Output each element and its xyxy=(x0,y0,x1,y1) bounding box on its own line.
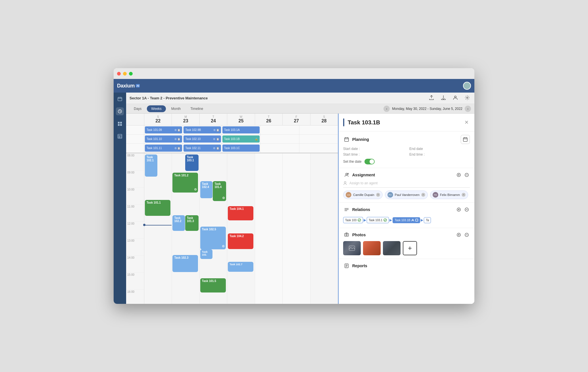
start-time-label: Start time : xyxy=(343,152,363,156)
cell-3-3 xyxy=(260,144,299,152)
svg-rect-44 xyxy=(416,219,418,221)
task-102-x-block[interactable]: Task 102. xyxy=(200,249,212,259)
svg-point-25 xyxy=(346,173,347,175)
cell-3-1: Task 102.11 ⚙ 📋 xyxy=(183,144,222,152)
planning-section-title: Planning xyxy=(352,137,458,142)
upload-icon[interactable] xyxy=(428,94,435,103)
agent-name-camille: Camille Dupain xyxy=(353,193,374,197)
subheader: Sector 1A - Team 2 - Preventive Maintena… xyxy=(126,93,474,104)
task-101-5-block[interactable]: Task 101.5 xyxy=(200,278,226,292)
add-photo-button[interactable]: + xyxy=(403,241,417,255)
close-panel-button[interactable]: ✕ xyxy=(463,118,470,127)
relation-chip-103[interactable]: Task 103 xyxy=(343,217,363,223)
relations-remove-icon[interactable] xyxy=(464,206,470,213)
chip-task-103-1a[interactable]: Task 103.1A xyxy=(222,126,260,133)
chip-task-101-11[interactable]: Task 101.11 ⚙ 📋 xyxy=(145,145,182,152)
schedule-row-2-cells: Task 101.10 ⚙ 📋 Task 102.10 ⚙ 📋 xyxy=(144,135,338,143)
task-104-1-block[interactable]: Task 104.1 xyxy=(228,206,253,220)
relations-add-icon[interactable] xyxy=(456,206,462,213)
assignment-remove-icon[interactable] xyxy=(464,172,470,178)
time-slot-1500: 15:00 xyxy=(126,273,144,290)
svg-rect-21 xyxy=(463,138,467,141)
app-content: Daxium AI xyxy=(114,79,474,304)
day-col-5 xyxy=(283,153,310,304)
end-time-label: End time : xyxy=(409,152,429,156)
photo-thumb-2[interactable] xyxy=(363,241,381,255)
maximize-button[interactable] xyxy=(129,72,133,76)
download-icon[interactable] xyxy=(440,94,447,103)
header-actions xyxy=(428,94,471,103)
reports-section-title: Reports xyxy=(352,264,470,268)
day-col-tue: T24 xyxy=(200,114,227,125)
chip-task-102-10[interactable]: Task 102.10 ⚙ 📋 xyxy=(184,135,221,143)
time-slot-1200: 12:00 xyxy=(126,221,144,239)
svg-point-32 xyxy=(344,181,346,183)
task-102-5-block[interactable]: Task 102.5 ⚙ xyxy=(200,227,226,249)
assign-input-field[interactable]: Assign to an agent xyxy=(343,181,470,188)
photo-thumb-3[interactable] xyxy=(383,241,401,255)
task-102-7-block[interactable]: Task 102.7 xyxy=(228,262,253,272)
chip-task-101-09[interactable]: Task 101.09 ⚙📋 xyxy=(145,126,182,133)
settings-icon[interactable] xyxy=(464,94,471,103)
user-icon[interactable] xyxy=(452,94,459,103)
prev-date-button[interactable]: ‹ xyxy=(383,106,390,112)
tab-timeline[interactable]: Timeline xyxy=(186,105,207,112)
task-102-2-block[interactable]: Task 102.2 xyxy=(172,215,185,231)
agent-remove-felix[interactable]: ✕ xyxy=(462,193,466,197)
set-date-label: Set the date xyxy=(343,160,362,164)
agent-remove-paul[interactable]: ✕ xyxy=(421,193,425,197)
task-101-2-block[interactable]: Task 101.2 ⚙ xyxy=(172,173,198,193)
svg-rect-0 xyxy=(118,97,122,101)
sidebar-item-grid[interactable] xyxy=(116,120,124,128)
set-date-toggle[interactable] xyxy=(364,159,375,164)
task-101-1-block[interactable]: Task 101.1 xyxy=(145,200,170,216)
minimize-button[interactable] xyxy=(123,72,127,76)
relation-arrow-2: ▶ xyxy=(389,218,392,222)
start-date-label: Start date : xyxy=(343,147,363,151)
svg-rect-8 xyxy=(120,122,122,124)
day-col-mon: M23 xyxy=(172,114,199,125)
photos-section: Photos xyxy=(339,228,474,259)
photos-icon xyxy=(343,231,350,238)
photos-section-title: Photos xyxy=(352,233,453,237)
task-101-4-block[interactable]: Task 101.4 ⚙ xyxy=(213,181,226,201)
task-101-3-block[interactable]: Task 101.3 xyxy=(185,215,199,231)
chip-task-103-1b[interactable]: Task 103.1B 🔒 xyxy=(222,135,260,143)
chip-task-103-1c[interactable]: Task 103.1C xyxy=(222,145,260,152)
relation-arrow-1: ▶ xyxy=(364,218,366,222)
relation-chip-ta[interactable]: Ta xyxy=(424,217,431,223)
tab-month[interactable]: Month xyxy=(167,105,185,112)
relation-chip-103-1[interactable]: Task 103.1 xyxy=(367,217,389,223)
chip-task-102-11[interactable]: Task 102.11 ⚙ 📋 xyxy=(184,145,221,152)
day-col-sun: S22 xyxy=(144,114,172,125)
task-102-1-block[interactable]: Task 102.1 xyxy=(145,154,157,177)
tab-days[interactable]: Days xyxy=(130,105,146,112)
cell-2-3 xyxy=(260,135,299,143)
avatar[interactable] xyxy=(463,82,471,90)
chip-task-102-9b[interactable]: Task 102.9B ⚙📋 xyxy=(184,126,221,133)
close-button[interactable] xyxy=(117,72,121,76)
sidebar-item-calendar[interactable] xyxy=(116,95,124,103)
next-date-button[interactable]: › xyxy=(465,106,471,112)
photos-add-icon[interactable] xyxy=(456,232,462,238)
task-103-1-block[interactable]: Task 103.1 xyxy=(185,154,199,171)
day-col-4 xyxy=(255,153,283,304)
task-102-3-block[interactable]: Task 102.3 xyxy=(172,255,198,272)
agent-remove-camille[interactable]: ✕ xyxy=(376,193,380,197)
schedule-row-3: Task 101.11 ⚙ 📋 Task 102.11 ⚙ 📋 xyxy=(126,144,338,153)
nav-tabs: Days Weeks Month Timeline ‹ Monday, May … xyxy=(126,104,474,114)
sidebar-item-clock[interactable] xyxy=(116,107,124,115)
sidebar-item-table[interactable] xyxy=(116,132,124,140)
chip-task-101-10[interactable]: Task 101.10 ⚙ 📋 xyxy=(145,135,182,143)
task-104-2-block[interactable]: Task 104.2 xyxy=(228,233,253,249)
task-102-4-block[interactable]: Task 102.4 xyxy=(200,181,212,198)
photos-remove-icon[interactable] xyxy=(464,232,470,238)
photo-thumb-1[interactable] xyxy=(343,241,361,255)
tab-weeks[interactable]: Weeks xyxy=(147,105,166,112)
set-date-row: Set the date xyxy=(343,159,470,164)
assignment-add-icon[interactable] xyxy=(456,172,462,178)
agent-chip-camille: CD Camille Dupain ✕ xyxy=(343,191,383,199)
calendar-picker-icon[interactable] xyxy=(461,135,470,144)
relation-chip-103-1b[interactable]: Task 103.1B xyxy=(393,217,420,223)
panel-title: Task 103.1B xyxy=(348,119,380,126)
